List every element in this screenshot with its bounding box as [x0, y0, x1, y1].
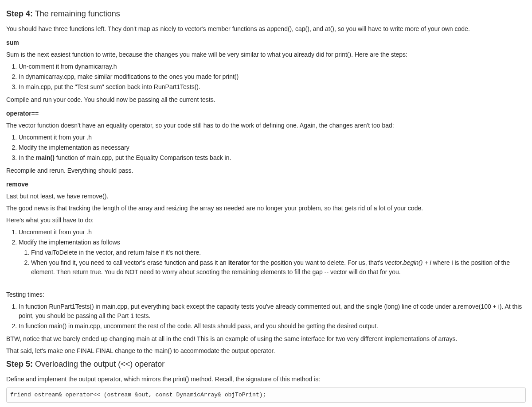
li-bold: main()	[36, 154, 55, 161]
li-italic: vector.begin() + i	[385, 259, 431, 266]
remove-sublist: Find valToDelete in the vector, and retu…	[19, 248, 526, 277]
step4-label: Step 4:	[6, 9, 33, 18]
step5-label: Step 5:	[6, 360, 33, 368]
sum-p1: Sum is the next easiest function to writ…	[6, 50, 526, 59]
li-text: function of main.cpp, put the Equality C…	[55, 154, 231, 161]
remove-list: Uncomment it from your .h Modify the imp…	[6, 228, 526, 277]
list-item: Uncomment it from your .h	[19, 228, 526, 237]
sum-heading: sum	[6, 38, 526, 47]
list-item: When you find it, you need to call vecto…	[31, 258, 526, 277]
li-text: for the position you want to delete. For…	[250, 259, 385, 266]
step5-title: Overloading the output (<<) operator	[35, 360, 164, 368]
list-item: Find valToDelete in the vector, and retu…	[31, 248, 526, 257]
testing-p1: BTW, notice that we barely ended up chan…	[6, 334, 526, 344]
step5-p1: Define and implement the output operator…	[6, 375, 526, 384]
remove-p3: Here's what you still have to do:	[6, 216, 526, 225]
list-item: In function main() in main.cpp, uncommen…	[19, 322, 526, 331]
list-item: In the main() function of main.cpp, put …	[19, 153, 526, 163]
remove-heading: remove	[6, 180, 526, 189]
step4-title: The remaining functions	[35, 9, 120, 18]
list-item: Uncomment it from your .h	[19, 133, 526, 142]
li-text: When you find it, you need to call vecto…	[31, 259, 228, 266]
list-item: In dynamicarray.cpp, make similar modifi…	[19, 72, 526, 81]
operator-heading: operator==	[6, 109, 526, 118]
sum-p2: Compile and run your code. You should no…	[6, 95, 526, 105]
step4-intro: You should have three functions left. Th…	[6, 24, 526, 34]
testing-p2: That said, let's make one FINAL FINAL ch…	[6, 346, 526, 356]
code-block-1: friend ostream& operator<< (ostream &out…	[6, 388, 526, 403]
list-item: In main.cpp, put the "Test sum" section …	[19, 82, 526, 92]
list-item: Modify the implementation as follows Fin…	[19, 238, 526, 277]
list-item: In function RunPart1Tests() in main.cpp,…	[19, 302, 526, 321]
operator-list: Uncomment it from your .h Modify the imp…	[6, 133, 526, 163]
testing-list: In function RunPart1Tests() in main.cpp,…	[6, 302, 526, 331]
testing-heading: Testing times:	[6, 290, 526, 299]
li-bold: iterator	[228, 259, 250, 266]
li-text: Modify the implementation as follows	[19, 239, 120, 246]
remove-p1: Last but not least, we have remove().	[6, 192, 526, 201]
li-text: In the	[19, 154, 36, 161]
step5-heading: Step 5: Overloading the output (<<) oper…	[6, 358, 526, 370]
list-item: Modify the implementation as necessary	[19, 143, 526, 152]
operator-p2: Recompile and rerun. Everything should p…	[6, 166, 526, 175]
list-item: Un-comment it from dynamicarray.h	[19, 62, 526, 71]
remove-p2: The good news is that tracking the lengt…	[6, 204, 526, 213]
step4-heading: Step 4: The remaining functions	[6, 8, 526, 20]
operator-p1: The vector function doesn't have an equa…	[6, 121, 526, 130]
spacer	[6, 280, 526, 287]
sum-list: Un-comment it from dynamicarray.h In dyn…	[6, 62, 526, 92]
